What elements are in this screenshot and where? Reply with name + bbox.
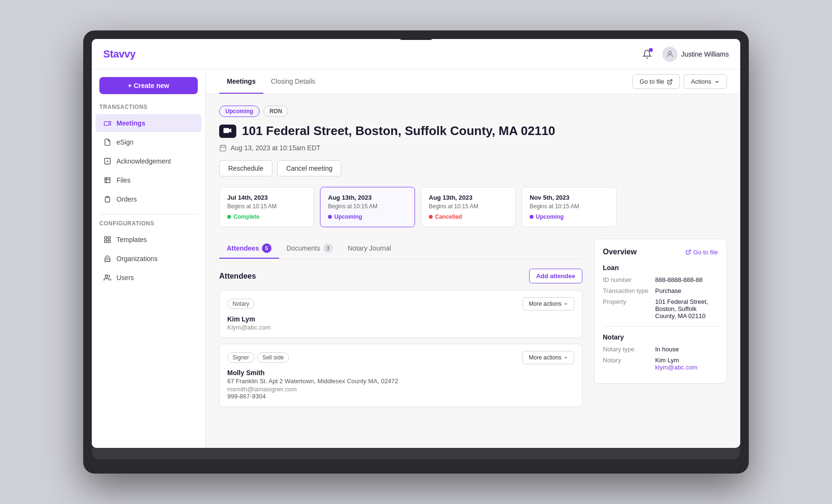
tab-closing-details[interactable]: Closing Details [263,69,323,94]
content-body: Upcoming RON [206,94,740,448]
tag-notary: Notary [227,299,254,309]
sub-tab-attendees[interactable]: Attendees 5 [219,239,279,259]
attendee-tags: Signer Sell side [227,352,289,363]
calendar-icon [219,144,227,152]
meeting-title: 101 Federal Street, Boston, Suffolk Coun… [219,124,727,138]
sidebar: + Create new Transactions Meetings [92,69,206,448]
sidebar-item-files[interactable]: Files [96,171,202,189]
svg-rect-1 [104,122,109,126]
session-status: Complete [227,213,306,220]
sidebar-item-label: Organizations [116,255,157,262]
acknowledgement-icon [103,157,112,165]
attendees-section: Attendees 5 Documents 3 Notary Journal [219,239,582,413]
more-actions-button-1[interactable]: More actions [522,351,574,364]
overview-header: Overview Go to file [603,248,718,256]
files-icon [103,176,112,184]
overview-row-type: Transaction type Purchase [603,287,718,294]
documents-count: 3 [323,243,333,253]
attendee-tags: Notary [227,299,254,309]
sidebar-item-acknowledgement[interactable]: Acknowledgement [96,152,202,170]
app-logo: Stavvy [103,48,135,60]
esign-icon [103,138,112,146]
property-value: 101 Federal Street, Boston, Suffolk Coun… [655,298,718,320]
orders-icon [103,195,112,204]
notary-type-label: Notary type [603,346,655,353]
sidebar-item-esign[interactable]: eSign [96,133,202,151]
session-card-0[interactable]: Jul 14th, 2023 Begins at 10:15 AM Comple… [219,187,314,227]
attendee-card-header: Notary More actions [227,297,574,310]
go-to-file-button[interactable]: Go to file [632,74,680,89]
notary-section-title: Notary [603,333,718,341]
attendee-card-0: Notary More actions [219,290,582,338]
sidebar-item-orders[interactable]: Orders [96,190,202,208]
svg-rect-5 [108,237,110,239]
actions-button[interactable]: Actions [684,74,727,89]
sidebar-item-label: Acknowledgement [116,157,171,165]
attendee-name: Kim Lym [227,315,574,323]
sidebar-item-meetings[interactable]: Meetings [96,114,202,132]
session-date: Aug 13th, 2023 [328,194,407,201]
laptop-bottom [92,448,740,459]
sidebar-item-organizations[interactable]: Organizations [96,250,202,268]
svg-line-15 [688,250,691,253]
more-actions-button-0[interactable]: More actions [522,297,574,310]
templates-icon [103,235,112,244]
content-header: Meetings Closing Details Go to file [206,69,740,94]
sub-tabs: Attendees 5 Documents 3 Notary Journal [219,239,582,259]
overview-divider [603,326,718,327]
overview-row-notary: Notary Kim Lym klym@abc.com [603,357,718,371]
users-icon [103,273,112,282]
add-attendee-button[interactable]: Add attendee [529,269,582,283]
attendee-email: msmith@iamasigner.com [227,386,574,393]
overview-row-id: ID number 888-8888-888-88 [603,276,718,283]
session-card-3[interactable]: Nov 5th, 2023 Begins at 10:15 AM Upcomin… [522,187,617,227]
overview-title: Overview [603,248,637,256]
sidebar-item-templates[interactable]: Templates [96,231,202,249]
attendee-name: Molly Smith [227,369,574,377]
svg-rect-6 [105,240,107,242]
sub-tab-documents[interactable]: Documents 3 [279,239,340,259]
overview-row-notary-type: Notary type In house [603,346,718,353]
status-badges: Upcoming RON [219,106,727,117]
session-date: Nov 5th, 2023 [530,194,609,201]
meeting-buttons: Reschedule Cancel meeting [219,160,727,176]
notary-type-value: In house [655,346,718,353]
svg-rect-7 [108,240,110,242]
attendee-phone: 999-867-9304 [227,393,574,400]
session-card-2[interactable]: Aug 13th, 2023 Begins at 10:15 AM Cancel… [421,187,516,227]
header-tabs: Meetings Closing Details [219,69,323,94]
go-to-file-link[interactable]: Go to file [686,249,718,256]
notary-name-value: Kim Lym klym@abc.com [655,357,718,371]
status-dot [328,215,332,219]
session-date: Jul 14th, 2023 [227,194,306,201]
session-time: Begins at 10:15 AM [328,203,407,210]
sidebar-item-users[interactable]: Users [96,269,202,287]
session-card-1[interactable]: Aug 13th, 2023 Begins at 10:15 AM Upcomi… [320,187,415,227]
meeting-datetime: Aug 13, 2023 at 10:15am EDT [219,144,727,152]
tab-meetings[interactable]: Meetings [219,69,263,94]
video-icon [219,125,236,138]
content-area: Meetings Closing Details Go to file [206,69,740,448]
cancel-meeting-button[interactable]: Cancel meeting [277,160,341,176]
reschedule-button[interactable]: Reschedule [219,160,272,176]
user-menu[interactable]: Justine Williams [662,47,729,62]
svg-rect-4 [105,237,107,239]
notifications-button[interactable] [639,47,655,62]
external-link-icon [686,249,691,255]
sub-tab-notary-journal[interactable]: Notary Journal [340,239,399,259]
tag-sell-side: Sell side [257,352,289,363]
notary-email-link[interactable]: klym@abc.com [655,364,697,371]
svg-point-8 [105,275,107,277]
loan-section-title: Loan [603,264,718,271]
status-dot [429,215,433,219]
organizations-icon [103,254,112,263]
svg-line-9 [669,79,672,82]
id-value: 888-8888-888-88 [655,276,718,283]
id-label: ID number [603,276,655,283]
session-time: Begins at 10:15 AM [429,203,508,210]
create-new-button[interactable]: + Create new [99,77,198,94]
session-status: Upcoming [530,213,609,220]
upcoming-badge: Upcoming [219,106,260,117]
type-label: Transaction type [603,287,655,294]
sidebar-divider [99,214,198,214]
